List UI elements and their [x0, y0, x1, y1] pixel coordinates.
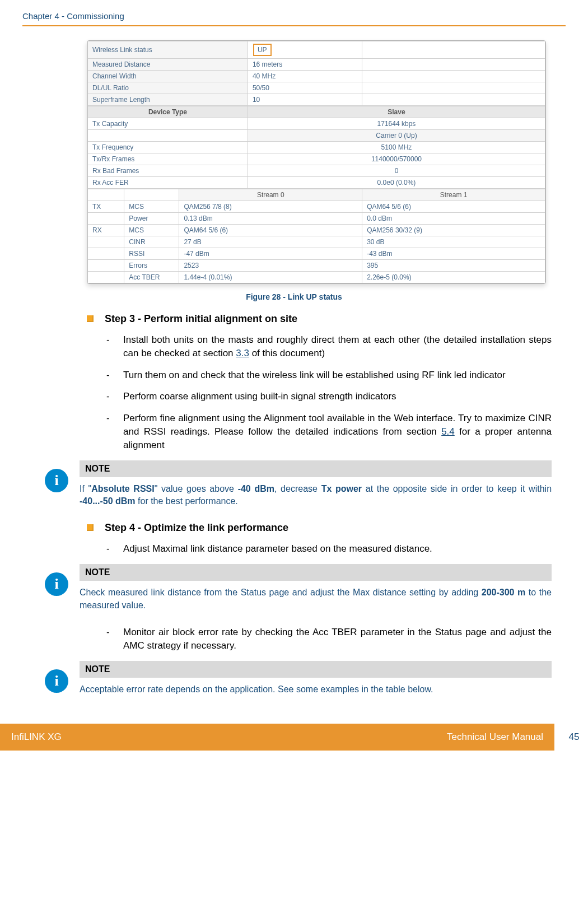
- txf-label: Tx Frequency: [88, 142, 248, 153]
- up-status-value: UP: [253, 44, 272, 56]
- dl-value: 50/50: [248, 82, 362, 94]
- status-screenshot: Wireless Link statusUP Measured Distance…: [87, 40, 546, 284]
- figure-caption: Figure 28 - Link UP status: [22, 292, 566, 301]
- rxacc-label: Rx Acc FER: [88, 177, 248, 189]
- section-link-33[interactable]: 3.3: [236, 348, 249, 358]
- stream0-header: Stream 0: [179, 189, 362, 201]
- stream1-header: Stream 1: [362, 189, 545, 201]
- bullet-icon: [87, 315, 94, 322]
- info-icon: i: [45, 469, 68, 492]
- tx-group: TX: [88, 201, 124, 213]
- footer-manual: Technical User Manual: [447, 731, 543, 743]
- chapter-title: Chapter 4 - Commissioning: [22, 11, 566, 21]
- dash: -: [106, 390, 123, 403]
- section-link-54[interactable]: 5.4: [441, 426, 455, 437]
- note3-text: Acceptable error rate depends on the app…: [80, 678, 552, 701]
- step4-title: Step 4 - Optimize the link performance: [105, 522, 288, 534]
- note1-text: If "Absolute RSSI" value goes above -40 …: [80, 477, 552, 514]
- md-label: Measured Distance: [88, 59, 248, 71]
- header-rule: [22, 25, 566, 26]
- rx-group: RX: [88, 225, 124, 236]
- device-type-header: Device Type: [88, 106, 248, 118]
- dash: -: [106, 333, 123, 360]
- ws-label: Wireless Link status: [88, 41, 248, 59]
- bullet-icon: [87, 524, 94, 531]
- note2-text: Check measured link distance from the St…: [80, 581, 552, 617]
- dash: -: [106, 369, 123, 382]
- carrier-value: Carrier 0 (Up): [248, 130, 545, 142]
- info-icon: i: [45, 669, 68, 693]
- info-icon: i: [45, 572, 68, 596]
- dl-label: DL/UL Ratio: [88, 82, 248, 94]
- txrx-value: 1140000/570000: [248, 153, 545, 165]
- txf-value: 5100 MHz: [248, 142, 545, 153]
- step4b-item: Monitor air block error rate by checking…: [123, 626, 552, 653]
- cw-label: Channel Width: [88, 71, 248, 82]
- step4-item1: Adjust Maximal link distance parameter b…: [123, 542, 432, 556]
- step3-item4: Perform fine alignment using the Alignme…: [123, 412, 552, 451]
- dash: -: [106, 412, 123, 451]
- page-number: 45: [554, 724, 588, 751]
- rxbad-label: Rx Bad Frames: [88, 165, 248, 177]
- step3-item2: Turn them on and check that the wireless…: [123, 369, 506, 382]
- page-footer: InfiLINK XG Technical User Manual 45: [0, 724, 588, 751]
- md-value: 16 meters: [248, 59, 362, 71]
- note-header: NOTE: [80, 564, 552, 581]
- sf-value: 10: [248, 94, 362, 106]
- footer-product: InfiLINK XG: [11, 731, 62, 743]
- txrx-label: Tx/Rx Frames: [88, 153, 248, 165]
- dash: -: [106, 542, 123, 556]
- rxacc-value: 0.0e0 (0.0%): [248, 177, 545, 189]
- txcap-label: Tx Capacity: [88, 118, 248, 130]
- note-header: NOTE: [80, 661, 552, 678]
- slave-header: Slave: [248, 106, 545, 118]
- note-header: NOTE: [80, 460, 552, 477]
- rxbad-value: 0: [248, 165, 545, 177]
- step3-title: Step 3 - Perform initial alignment on si…: [105, 313, 297, 325]
- sf-label: Superframe Length: [88, 94, 248, 106]
- step3-item3: Perform coarse alignment using built-in …: [123, 390, 396, 403]
- cw-value: 40 MHz: [248, 71, 362, 82]
- step3-item1: Install both units on the masts and roug…: [123, 333, 552, 360]
- txcap-value: 171644 kbps: [248, 118, 545, 130]
- dash: -: [106, 626, 123, 653]
